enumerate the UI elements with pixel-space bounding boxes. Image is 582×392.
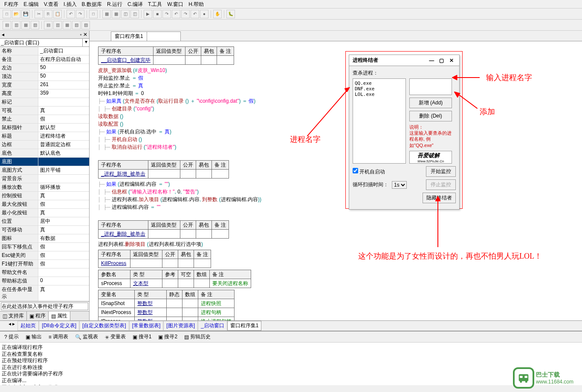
add-button[interactable]: 新增 (Add) (409, 98, 452, 108)
process-listbox[interactable]: QQ.exe DNF.exe LOL.exe (353, 78, 406, 164)
save-icon[interactable]: 💾 (21, 10, 30, 18)
property-row[interactable]: 底图 (0, 158, 89, 166)
code-tab[interactable]: 窗口程序集1 (111, 32, 147, 41)
property-row[interactable]: 可否移动真 (0, 226, 89, 234)
paste-icon[interactable]: 📋 (53, 10, 62, 18)
start-monitor-button[interactable]: 开始监控 (426, 166, 456, 177)
out-tab[interactable]: ▤ 剪辑历史 (182, 332, 212, 341)
tool-icon[interactable]: ◫ (130, 10, 139, 18)
find-icon[interactable]: □ (89, 10, 98, 18)
property-row[interactable]: 回车下移焦点假 (0, 243, 89, 251)
property-row[interactable]: 可视真 (0, 107, 89, 115)
hand-icon[interactable]: ✋ (213, 10, 222, 18)
align-icon[interactable]: ▥ (53, 21, 62, 29)
tab-program[interactable]: ▣ 程序 (27, 311, 49, 320)
object-selector[interactable] (0, 39, 82, 46)
close-icon[interactable]: ✕ (447, 58, 456, 63)
menu-item[interactable]: E.编辑 (22, 1, 40, 7)
property-row[interactable]: 背景音乐 (0, 175, 89, 183)
copy-icon[interactable]: ⎘ (44, 10, 52, 18)
property-row[interactable]: 帮助文件名 (0, 268, 89, 277)
align-icon[interactable]: ▤ (3, 21, 11, 29)
menu-item[interactable]: H.帮助 (187, 1, 206, 7)
undo-icon[interactable]: ↶ (67, 10, 75, 18)
property-row[interactable]: 底图方式图片平铺 (0, 166, 89, 175)
bottom-tab[interactable]: _启动窗口 (198, 321, 227, 331)
bottom-tab[interactable]: [图片资源表] (163, 321, 198, 331)
bug-icon[interactable]: 🐛 (226, 10, 235, 18)
maximize-icon[interactable]: ▢ (437, 58, 446, 63)
redo-icon[interactable]: ↷ (76, 10, 84, 18)
property-row[interactable]: 最大化按钮假 (0, 200, 89, 209)
align-icon[interactable]: ▤ (44, 21, 52, 29)
autostart-checkbox[interactable]: 开机自启动 (353, 168, 385, 176)
open-icon[interactable]: 📂 (12, 10, 20, 18)
new-icon[interactable]: □ (3, 10, 11, 18)
code-tab-empty[interactable] (147, 32, 181, 41)
step-icon[interactable]: ↶ (172, 10, 180, 18)
property-row[interactable]: 在任务条中显示真 (0, 285, 89, 301)
property-row[interactable]: 播放次数循环播放 (0, 183, 89, 192)
bottom-tab[interactable]: [Dll命令定义表] (39, 321, 79, 331)
event-selector[interactable] (1, 303, 88, 310)
bottom-tab[interactable]: [常量数据表] (129, 321, 164, 331)
property-row[interactable]: 备注在程序启动后自动 (0, 55, 89, 64)
bottom-tab[interactable]: 起始页 (17, 321, 39, 331)
bottom-tab[interactable]: [自定义数据类型表] (79, 321, 129, 331)
property-row[interactable]: 最小化按钮真 (0, 209, 89, 217)
out-tab[interactable]: ▣ 搜寻2 (156, 332, 179, 341)
tab-support-lib[interactable]: ◫ 支持库 (0, 311, 27, 320)
stop-monitor-button[interactable]: 停止监控 (426, 179, 456, 190)
menu-item[interactable]: R.运行 (105, 1, 124, 7)
align-icon[interactable]: ▦ (21, 21, 30, 29)
out-tab[interactable]: ⚹ 变量表 (103, 332, 127, 341)
cut-icon[interactable]: ✂ (35, 10, 43, 18)
align-icon[interactable]: ▧ (72, 21, 81, 29)
property-row[interactable]: 左边50 (0, 64, 89, 72)
menu-item[interactable]: W.窗口 (165, 1, 185, 7)
chevron-down-icon[interactable]: ▾ (82, 39, 89, 46)
panel-close-icon[interactable]: ▫ ✕ (80, 32, 87, 37)
step-icon[interactable]: ↷ (162, 10, 171, 18)
align-icon[interactable]: ▨ (81, 21, 90, 29)
property-row[interactable]: 宽度261 (0, 81, 89, 89)
property-row[interactable]: 名称_启动窗口 (0, 47, 89, 55)
menu-item[interactable]: B.数据库 (80, 1, 104, 7)
tool-icon[interactable]: ◫ (121, 10, 130, 18)
menu-item[interactable]: F.程序 (3, 1, 20, 7)
property-row[interactable]: 控制按钮真 (0, 192, 89, 200)
property-row[interactable]: F1键打开帮助假 (0, 260, 89, 268)
out-tab[interactable]: ▣ 搜寻1 (131, 332, 153, 341)
property-row[interactable]: 位置居中 (0, 217, 89, 226)
property-row[interactable]: 标题进程终结者 (0, 132, 89, 141)
property-row[interactable]: 标记 (0, 98, 89, 107)
tool-icon[interactable]: ▦ (102, 10, 111, 18)
menu-item[interactable]: V.查看 (42, 1, 60, 7)
stop-icon[interactable]: ■ (153, 10, 162, 18)
align-icon[interactable]: ▦ (63, 21, 71, 29)
out-tab[interactable]: ? 提示 (3, 332, 20, 341)
bottom-tab-active[interactable]: 窗口程序集1 (227, 321, 262, 331)
out-tab[interactable]: ▣ 输出 (24, 332, 43, 341)
tool-icon[interactable]: ▦ (112, 10, 120, 18)
property-row[interactable]: 高度359 (0, 89, 89, 98)
property-row[interactable]: 边框普通固定边框 (0, 141, 89, 149)
delete-button[interactable]: 删除 (Del) (409, 111, 452, 121)
tab-properties[interactable]: ▤ 属性 (49, 311, 70, 320)
step-icon[interactable]: ↶ (191, 10, 199, 18)
step-icon[interactable]: ↷ (181, 10, 190, 18)
out-tab[interactable]: 🔍 监视表 (73, 332, 100, 341)
property-row[interactable]: 鼠标指针默认型 (0, 124, 89, 132)
property-row[interactable]: 底色默认底色 (0, 149, 89, 158)
align-icon[interactable]: ▥ (12, 21, 20, 29)
scan-interval-select[interactable]: 1s (392, 181, 407, 189)
process-input[interactable] (409, 78, 452, 95)
break-icon[interactable]: ● (200, 10, 208, 18)
run-icon[interactable]: ▶ (144, 10, 152, 18)
minimize-icon[interactable]: — (427, 58, 436, 63)
property-row[interactable]: 顶边50 (0, 72, 89, 81)
align-icon[interactable]: ▧ (31, 21, 39, 29)
property-row[interactable]: 禁止假 (0, 115, 89, 124)
property-row[interactable]: Esc键关闭假 (0, 251, 89, 260)
property-row[interactable]: 图标有数据 (0, 234, 89, 243)
